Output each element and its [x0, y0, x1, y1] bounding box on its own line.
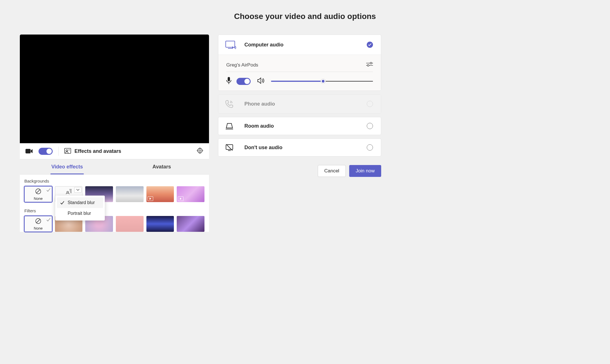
slider-thumb[interactable]: [321, 79, 325, 83]
filters-label: Filters: [24, 208, 204, 213]
check-icon: [60, 200, 65, 205]
dropdown-item-label: Portrait blur: [68, 211, 91, 216]
filter-none[interactable]: None: [24, 216, 52, 232]
none-icon: [35, 218, 42, 225]
effects-tabs: Video effects Avatars: [20, 159, 209, 174]
action-buttons: Cancel Join now: [218, 165, 381, 177]
background-blur[interactable]: Stand… Standard blur Port: [55, 186, 83, 202]
video-toolbar: Effects and avatars: [20, 143, 209, 159]
dropdown-item-label: Standard blur: [68, 200, 95, 205]
radio-unselected-icon: [367, 144, 373, 151]
svg-point-3: [199, 150, 201, 151]
none-icon: [35, 188, 42, 196]
join-now-button[interactable]: Join now: [349, 165, 381, 177]
svg-point-18: [367, 65, 369, 66]
device-name: Greg's AirPods: [226, 62, 258, 68]
backgrounds-row: None Stand…: [24, 186, 204, 202]
svg-point-6: [67, 191, 69, 193]
slider-fill: [271, 81, 323, 82]
audio-device-row[interactable]: Greg's AirPods: [226, 58, 373, 72]
effects-avatars-button[interactable]: Effects and avatars: [64, 147, 121, 155]
radio-unselected-icon: [367, 123, 373, 129]
blur-icon: [65, 189, 72, 195]
main-layout: Effects and avatars Video effects Avatar…: [0, 35, 610, 238]
computer-audio-card: Computer audio Greg's AirPods: [218, 35, 381, 91]
background-none[interactable]: None: [24, 186, 52, 202]
volume-control: [257, 78, 373, 85]
thumb-label: None: [34, 226, 42, 230]
phone-audio-card: Phone audio: [218, 94, 381, 114]
background-video-1[interactable]: [146, 186, 174, 202]
phone-audio-option: Phone audio: [218, 95, 381, 113]
thumb-label: None: [34, 196, 42, 201]
selected-check-icon: [46, 217, 51, 222]
toggle-knob: [244, 79, 250, 84]
computer-audio-option[interactable]: Computer audio: [218, 35, 381, 55]
option-label: Room audio: [244, 123, 359, 129]
option-label: Phone audio: [244, 101, 359, 107]
filter-4[interactable]: [146, 216, 174, 232]
video-column: Effects and avatars Video effects Avatar…: [20, 35, 209, 238]
svg-rect-13: [226, 41, 235, 47]
dropdown-item-portrait-blur[interactable]: Portrait blur: [57, 208, 103, 219]
svg-line-12: [36, 219, 40, 223]
blur-dropdown-menu: Standard blur Portrait blur: [55, 196, 105, 220]
no-audio-card: Don't use audio: [218, 138, 381, 157]
tab-avatars[interactable]: Avatars: [114, 159, 209, 174]
option-label: Don't use audio: [244, 145, 359, 151]
radio-selected-icon: [367, 42, 373, 48]
mic-control: [226, 77, 251, 85]
phone-icon: [225, 100, 236, 108]
room-icon: [225, 122, 236, 130]
video-badge-icon: [148, 196, 153, 201]
audio-column: Computer audio Greg's AirPods: [218, 35, 381, 238]
audio-controls-row: [226, 72, 373, 85]
divider: [58, 147, 59, 156]
filter-3[interactable]: [116, 216, 144, 232]
no-audio-icon: [225, 144, 236, 151]
tab-label: Avatars: [152, 164, 171, 170]
option-label: Computer audio: [244, 42, 359, 48]
svg-line-5: [36, 189, 40, 193]
camera-icon: [25, 148, 33, 154]
dropdown-item-standard-blur[interactable]: Standard blur: [57, 197, 103, 208]
speaker-icon: [257, 78, 264, 85]
svg-rect-19: [228, 77, 230, 81]
svg-rect-0: [25, 149, 31, 153]
backgrounds-label: Backgrounds: [24, 179, 204, 183]
selected-check-icon: [46, 187, 51, 192]
sparkle-person-icon: [64, 147, 71, 155]
no-audio-option[interactable]: Don't use audio: [218, 139, 381, 156]
toggle-knob: [46, 149, 52, 154]
background-image-2[interactable]: [116, 186, 144, 202]
blur-dropdown-button[interactable]: [74, 187, 82, 193]
background-video-2[interactable]: [177, 186, 204, 202]
svg-point-16: [370, 62, 372, 64]
filters-row: None: [24, 216, 204, 232]
settings-button[interactable]: [197, 147, 203, 155]
tab-video-effects[interactable]: Video effects: [20, 159, 114, 174]
effects-button-label: Effects and avatars: [74, 148, 121, 154]
room-audio-card: Room audio: [218, 117, 381, 135]
computer-audio-panel: Greg's AirPods: [218, 55, 381, 91]
cancel-button[interactable]: Cancel: [318, 165, 346, 177]
video-badge-icon: [178, 196, 184, 201]
camera-toggle[interactable]: [39, 148, 53, 155]
radio-unselected-icon: [367, 101, 373, 107]
microphone-toggle[interactable]: [236, 78, 251, 85]
filter-5[interactable]: [177, 216, 204, 232]
tab-label: Video effects: [51, 164, 83, 170]
device-settings-icon[interactable]: [366, 62, 373, 68]
computer-audio-icon: [225, 40, 236, 50]
svg-point-2: [66, 150, 68, 151]
microphone-icon: [226, 77, 231, 85]
page-title: Choose your video and audio options: [0, 0, 610, 35]
room-audio-option[interactable]: Room audio: [218, 117, 381, 135]
effects-panel: Backgrounds None Stand…: [20, 174, 209, 232]
video-preview: [20, 35, 209, 143]
volume-slider[interactable]: [271, 81, 373, 82]
